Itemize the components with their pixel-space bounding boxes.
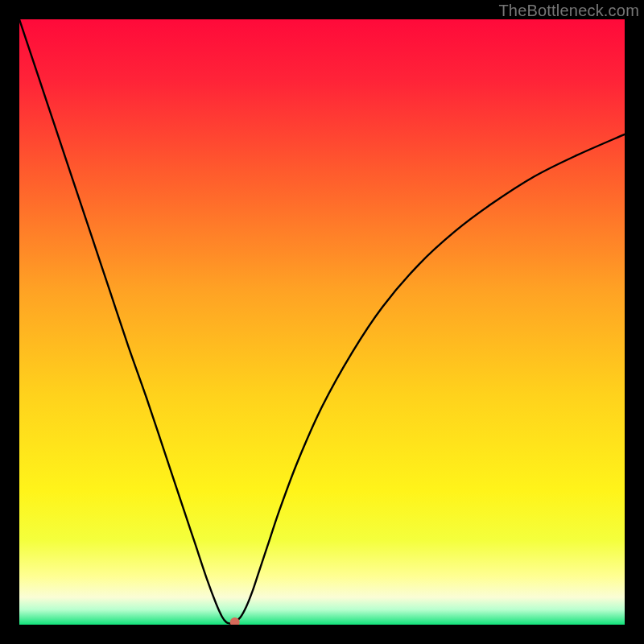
- bottleneck-chart: [19, 19, 625, 625]
- watermark-text: TheBottleneck.com: [498, 2, 639, 20]
- chart-background: [19, 19, 625, 625]
- chart-frame: [19, 19, 625, 625]
